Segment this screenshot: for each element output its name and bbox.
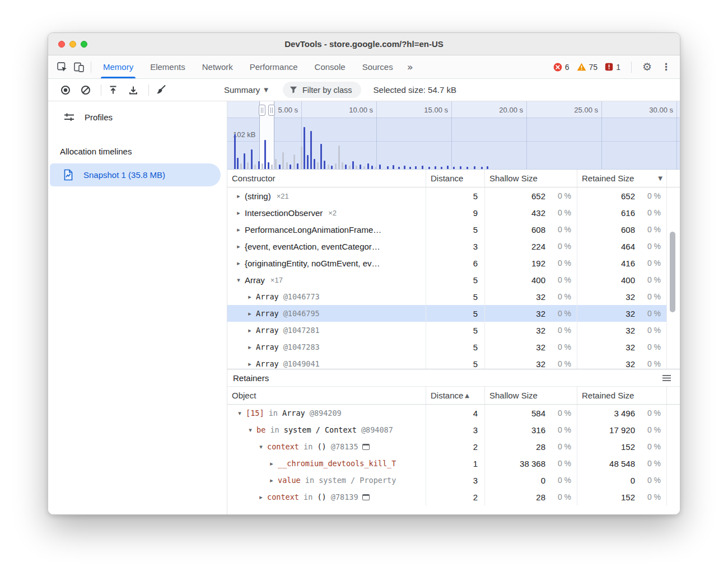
profile-view-select[interactable]: Summary ▼ — [224, 85, 268, 95]
retained-size-cell: 320 % — [577, 305, 667, 322]
selection-left-handle[interactable] — [259, 105, 265, 116]
constructor-row[interactable]: ▸(string)×2156520 %6520 % — [227, 187, 667, 204]
constructor-row[interactable]: ▸Array@10490415320 %320 % — [227, 355, 667, 369]
column-header-shallow-size[interactable]: Shallow Size — [485, 387, 577, 404]
retainer-kw: in — [299, 442, 312, 451]
warning-badge[interactable]: 75 — [577, 63, 598, 72]
timeline-bar — [251, 149, 253, 169]
retained-size-percent: 0 % — [635, 425, 666, 434]
distance-cell: 9 — [426, 204, 485, 221]
settings-gear-icon[interactable]: ⚙ — [642, 62, 652, 72]
disclosure-collapsed-icon[interactable]: ▸ — [234, 209, 243, 217]
constructor-row[interactable]: ▸{event, eventAction, eventCategor…32240… — [227, 238, 667, 255]
object-id: @1047281 — [283, 326, 320, 335]
record-toggle-button[interactable] — [57, 82, 74, 98]
warning-count: 75 — [589, 63, 598, 72]
timeline-bar — [234, 134, 236, 169]
save-profile-button[interactable] — [125, 82, 142, 98]
retainer-name: context — [267, 492, 299, 501]
retainer-row[interactable]: ▾[15] in Array @89420945840 %3 4960 % — [227, 405, 667, 421]
tab-console[interactable]: Console — [306, 55, 354, 78]
tab-network[interactable]: Network — [194, 55, 241, 78]
shallow-size-value: 400 — [485, 275, 545, 285]
kebab-menu-icon[interactable]: ⋮ — [659, 62, 673, 72]
retainer-row[interactable]: ▸__chromium_devtools_kill_T138 3680 %48 … — [227, 455, 667, 472]
disclosure-collapsed-icon[interactable]: ▸ — [234, 243, 243, 250]
retained-size-percent: 0 % — [635, 359, 666, 368]
issues-badge[interactable]: 1 — [605, 63, 620, 72]
constructor-row[interactable]: ▸Array@10467735320 %320 % — [227, 288, 667, 305]
disclosure-expanded-icon[interactable]: ▾ — [234, 276, 243, 284]
shallow-size-cell: 4000 % — [485, 271, 577, 288]
column-header-object[interactable]: Object — [227, 387, 426, 404]
profiles-sidebar: Profiles Allocation timelines Snapshot 1… — [48, 101, 227, 514]
distance-cell: 5 — [426, 305, 485, 322]
constructor-name: (string) — [245, 191, 271, 201]
delete-profile-button[interactable] — [152, 82, 169, 98]
disclosure-expanded-icon[interactable]: ▾ — [256, 443, 265, 451]
column-header-retained-size[interactable]: Retained Size — [577, 387, 667, 404]
column-header-constructor[interactable]: Constructor — [227, 170, 426, 187]
allocation-timeline[interactable]: 102 kB 5.00 s10.00 s15.00 s20.00 s25.00 … — [227, 101, 680, 170]
disclosure-collapsed-icon[interactable]: ▸ — [234, 226, 243, 233]
tab-performance[interactable]: Performance — [241, 55, 306, 78]
retainer-row[interactable]: ▸context in () @781392280 %1520 % — [227, 489, 667, 505]
sidebar-item-snapshot-1[interactable]: Snapshot 1 (35.8 MB) — [50, 163, 221, 186]
device-toolbar-icon[interactable] — [71, 59, 87, 76]
disclosure-collapsed-icon[interactable]: ▸ — [245, 360, 254, 368]
close-button[interactable] — [58, 41, 65, 48]
tab-memory[interactable]: Memory — [95, 55, 142, 78]
zoom-button[interactable] — [81, 41, 87, 48]
constructor-row[interactable]: ▸PerformanceLongAnimationFrame…56080 %60… — [227, 221, 667, 238]
column-header-shallow-size[interactable]: Shallow Size — [485, 170, 577, 187]
timeline-bar — [474, 166, 475, 169]
clear-profiles-button[interactable] — [77, 82, 94, 98]
hamburger-menu-icon[interactable] — [662, 374, 671, 382]
constructor-row[interactable]: ▸Array@10467955320 %320 % — [227, 305, 667, 322]
constructor-row[interactable]: ▸IntersectionObserver×294320 %6160 % — [227, 204, 667, 221]
column-header-retained-size[interactable]: Retained Size ▼ — [577, 170, 667, 187]
window-title: DevTools - store.google.com/?hl=en-US — [48, 39, 680, 49]
constructor-rows: ▸(string)×2156520 %6520 %▸IntersectionOb… — [227, 187, 680, 369]
tab-elements[interactable]: Elements — [142, 55, 194, 78]
column-header-distance[interactable]: Distance — [426, 170, 485, 187]
profiles-label: Profiles — [85, 112, 113, 122]
inspect-element-icon[interactable] — [54, 59, 71, 76]
disclosure-expanded-icon[interactable]: ▾ — [246, 426, 255, 434]
more-tabs-button[interactable]: » — [402, 61, 419, 73]
constructor-row[interactable]: ▸{originatingEntity, noGtmEvent, ev…6192… — [227, 255, 667, 271]
error-badge[interactable]: 6 — [553, 63, 570, 72]
retained-size-cell: 00 % — [577, 472, 667, 489]
constructor-row[interactable]: ▾Array×1754000 %4000 % — [227, 271, 667, 288]
disclosure-collapsed-icon[interactable]: ▸ — [234, 260, 243, 267]
minimize-button[interactable] — [69, 41, 76, 48]
disclosure-collapsed-icon[interactable]: ▸ — [267, 477, 276, 484]
timeline-bar — [428, 167, 430, 169]
disclosure-collapsed-icon[interactable]: ▸ — [234, 193, 243, 200]
disclosure-collapsed-icon[interactable]: ▸ — [267, 460, 276, 467]
disclosure-collapsed-icon[interactable]: ▸ — [245, 344, 254, 351]
vertical-scrollbar[interactable] — [670, 232, 675, 312]
retainer-object-cell: ▾context in () @78135 — [227, 438, 426, 455]
selection-right-handle[interactable] — [268, 105, 275, 116]
disclosure-collapsed-icon[interactable]: ▸ — [256, 494, 265, 501]
retainer-kw: in — [299, 492, 312, 501]
disclosure-collapsed-icon[interactable]: ▸ — [245, 327, 254, 334]
constructor-row[interactable]: ▸Array@10472835320 %320 % — [227, 339, 667, 355]
timeline-bar — [258, 161, 260, 169]
tab-sources[interactable]: Sources — [354, 55, 402, 78]
shallow-size-value: 32 — [485, 343, 545, 352]
timeline-tick-label: 20.00 s — [487, 106, 523, 114]
column-header-distance[interactable]: Distance ▲ — [426, 387, 485, 404]
retainer-row[interactable]: ▸value in system / Property300 %00 % — [227, 472, 667, 489]
load-profile-button[interactable] — [105, 82, 122, 98]
disclosure-expanded-icon[interactable]: ▾ — [235, 410, 244, 417]
constructor-row[interactable]: ▸Array@10472815320 %320 % — [227, 322, 667, 339]
disclosure-collapsed-icon[interactable]: ▸ — [245, 310, 254, 317]
shallow-size-percent: 0 % — [545, 275, 577, 284]
retainer-row[interactable]: ▾context in () @781352280 %1520 % — [227, 438, 667, 455]
class-filter-input[interactable]: Filter by class — [283, 82, 361, 98]
retainer-row[interactable]: ▾be in system / Context @89408733160 %17… — [227, 421, 667, 438]
disclosure-collapsed-icon[interactable]: ▸ — [245, 293, 254, 301]
constructor-name: {event, eventAction, eventCategor… — [245, 242, 380, 251]
